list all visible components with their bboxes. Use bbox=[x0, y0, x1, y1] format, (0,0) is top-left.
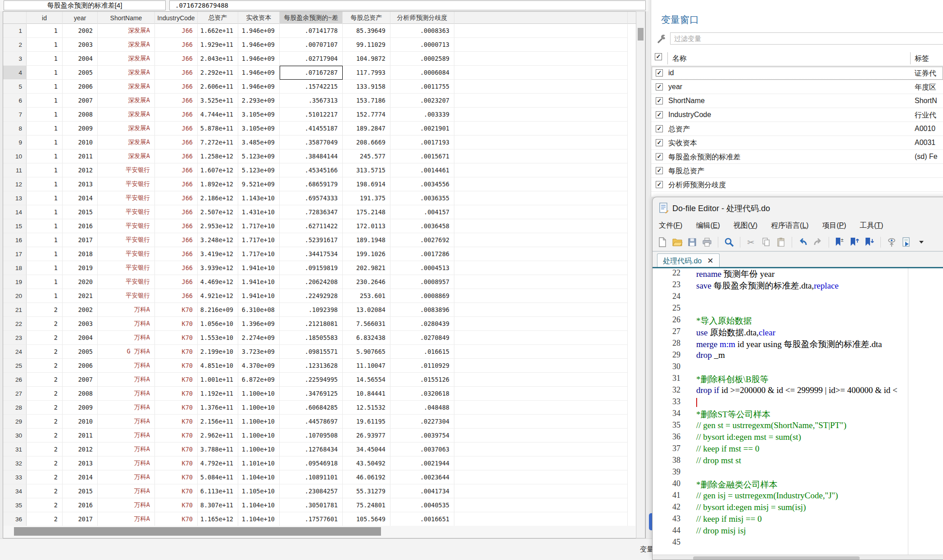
code-line-38[interactable]: 38// drop mst st bbox=[653, 456, 943, 467]
undo-icon[interactable] bbox=[798, 237, 808, 248]
code-hscroll-thumb[interactable] bbox=[693, 556, 860, 560]
table-cell[interactable]: 6.872e+09 bbox=[238, 373, 280, 387]
table-cell[interactable]: 2.507e+12 bbox=[198, 205, 238, 219]
table-cell[interactable]: 105.5649 bbox=[343, 512, 390, 526]
table-cell[interactable]: .0280439 bbox=[390, 317, 454, 331]
row-number[interactable]: 10 bbox=[3, 149, 27, 163]
table-cell[interactable]: K70 bbox=[155, 443, 198, 456]
table-cell[interactable]: 1.100e+10 bbox=[238, 429, 280, 443]
row-number[interactable]: 28 bbox=[3, 401, 27, 415]
variable-checkbox[interactable]: ✓ bbox=[656, 139, 663, 146]
table-cell[interactable]: J66 bbox=[155, 275, 198, 289]
menu-e[interactable]: 编辑(E) bbox=[696, 221, 720, 230]
code-line-24[interactable]: 24 bbox=[653, 292, 943, 303]
table-cell[interactable]: 2.274e+09 bbox=[238, 331, 280, 345]
table-cell[interactable]: 5.084e+11 bbox=[198, 470, 238, 484]
table-cell[interactable]: 2003 bbox=[63, 38, 98, 52]
table-cell[interactable]: J66 bbox=[155, 191, 198, 205]
table-cell[interactable]: 1 bbox=[27, 205, 63, 219]
table-cell[interactable]: 万科A bbox=[98, 512, 155, 526]
table-cell[interactable]: .0017193 bbox=[390, 135, 454, 149]
dofile-titlebar[interactable]: Do-file Editor - 处理代码.do bbox=[653, 197, 943, 218]
column-header-4[interactable]: IndustryCode bbox=[155, 12, 198, 24]
table-cell[interactable]: 2 bbox=[27, 429, 63, 443]
table-cell[interactable]: 2008 bbox=[63, 108, 98, 122]
table-cell[interactable]: 12.51532 bbox=[343, 401, 390, 415]
row-number[interactable]: 30 bbox=[3, 429, 27, 443]
row-number[interactable]: 17 bbox=[3, 247, 27, 261]
table-cell[interactable]: .0041734 bbox=[390, 484, 454, 498]
table-cell[interactable]: 平安银行 bbox=[98, 233, 155, 247]
table-cell[interactable]: K70 bbox=[155, 470, 198, 484]
table-cell[interactable]: .0083896 bbox=[390, 303, 454, 317]
table-cell[interactable]: 9.521e+09 bbox=[238, 177, 280, 191]
table-cell[interactable]: .15742215 bbox=[280, 80, 343, 94]
table-cell[interactable]: 2 bbox=[27, 484, 63, 498]
table-cell[interactable]: K70 bbox=[155, 359, 198, 373]
table-cell[interactable]: .09546918 bbox=[280, 456, 343, 470]
table-cell[interactable]: K70 bbox=[155, 373, 198, 387]
table-cell[interactable]: 1.607e+12 bbox=[198, 163, 238, 177]
table-cell[interactable]: 10.84441 bbox=[343, 387, 390, 401]
table-cell[interactable]: 5.123e+09 bbox=[238, 149, 280, 163]
table-cell[interactable]: .0036355 bbox=[390, 191, 454, 205]
row-number[interactable]: 32 bbox=[3, 456, 27, 470]
code-line-32[interactable]: 32drop if id >=200000 & id <= 299999 | i… bbox=[653, 385, 943, 397]
table-cell[interactable]: .72836347 bbox=[280, 205, 343, 219]
table-cell[interactable]: 2012 bbox=[63, 443, 98, 456]
table-cell[interactable]: 1 bbox=[27, 80, 63, 94]
table-cell[interactable]: .0004513 bbox=[390, 261, 454, 275]
table-cell[interactable]: 2002 bbox=[63, 24, 98, 38]
code-line-44[interactable]: 44// drop misj isj bbox=[653, 526, 943, 537]
table-cell[interactable]: 3.723e+09 bbox=[238, 345, 280, 359]
row-number[interactable]: 11 bbox=[3, 163, 27, 177]
table-cell[interactable]: K70 bbox=[155, 415, 198, 429]
table-cell[interactable]: 2 bbox=[27, 345, 63, 359]
row-number[interactable]: 19 bbox=[3, 275, 27, 289]
table-cell[interactable]: 1.001e+11 bbox=[198, 373, 238, 387]
table-cell[interactable]: 3.485e+09 bbox=[238, 135, 280, 149]
table-cell[interactable]: 万科A bbox=[98, 415, 155, 429]
table-cell[interactable]: .0000713 bbox=[390, 38, 454, 52]
table-cell[interactable]: .12313628 bbox=[280, 359, 343, 373]
table-cell[interactable]: .0008869 bbox=[390, 289, 454, 303]
table-cell[interactable]: 4.469e+12 bbox=[198, 275, 238, 289]
table-cell[interactable]: 2.199e+10 bbox=[198, 345, 238, 359]
table-cell[interactable]: 平安银行 bbox=[98, 289, 155, 303]
table-cell[interactable]: K70 bbox=[155, 345, 198, 359]
variable-checkbox[interactable]: ✓ bbox=[656, 125, 663, 132]
table-cell[interactable]: 万科A bbox=[98, 470, 155, 484]
code-horizontal-scrollbar[interactable] bbox=[653, 555, 943, 560]
table-cell[interactable]: 万科A bbox=[98, 303, 155, 317]
row-number[interactable]: 14 bbox=[3, 205, 27, 219]
table-cell[interactable]: 平安银行 bbox=[98, 275, 155, 289]
table-cell[interactable]: .20624208 bbox=[280, 275, 343, 289]
table-cell[interactable]: 43.50492 bbox=[343, 456, 390, 470]
table-cell[interactable]: 1 bbox=[27, 191, 63, 205]
table-cell[interactable]: 7.566031 bbox=[343, 317, 390, 331]
row-number[interactable]: 21 bbox=[3, 303, 27, 317]
variable-row-实收资本[interactable]: ✓实收资本A0031 bbox=[651, 136, 943, 150]
table-cell[interactable]: .0040535 bbox=[390, 498, 454, 512]
table-cell[interactable]: 7.272e+11 bbox=[198, 135, 238, 149]
table-cell[interactable]: 2011 bbox=[63, 429, 98, 443]
table-cell[interactable]: 2021 bbox=[63, 289, 98, 303]
table-cell[interactable]: 2.292e+11 bbox=[198, 66, 238, 80]
code-line-30[interactable]: 30 bbox=[653, 362, 943, 374]
table-cell[interactable]: 平安银行 bbox=[98, 191, 155, 205]
row-number[interactable]: 31 bbox=[3, 443, 27, 456]
table-cell[interactable]: 1 bbox=[27, 163, 63, 177]
table-cell[interactable]: K70 bbox=[155, 317, 198, 331]
table-cell[interactable]: .0227304 bbox=[390, 415, 454, 429]
table-cell[interactable]: 深发展A bbox=[98, 24, 155, 38]
table-cell[interactable]: 1 bbox=[27, 289, 63, 303]
row-number[interactable]: 25 bbox=[3, 359, 27, 373]
preview-icon[interactable] bbox=[886, 237, 897, 248]
table-cell[interactable]: 万科A bbox=[98, 498, 155, 512]
table-cell[interactable]: 5.907665 bbox=[343, 345, 390, 359]
table-cell[interactable]: 平安银行 bbox=[98, 261, 155, 275]
table-cell[interactable]: 1.553e+10 bbox=[198, 331, 238, 345]
code-line-35[interactable]: 35// gen st = ustrregexm(ShortName,"ST|P… bbox=[653, 420, 943, 432]
table-cell[interactable]: 4.921e+12 bbox=[198, 289, 238, 303]
table-cell[interactable]: 1 bbox=[27, 177, 63, 191]
